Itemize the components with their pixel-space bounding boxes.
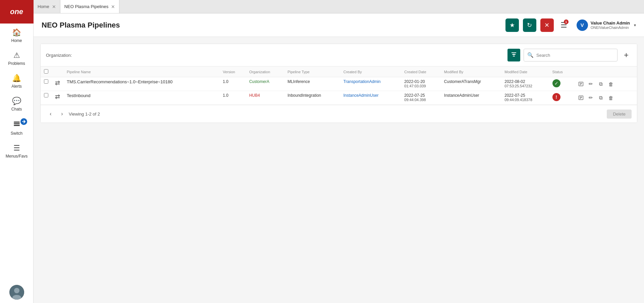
table-row: ⇄ TMS.CarrierRecommendations~1.0~Enterpr… xyxy=(41,77,637,91)
row1-modified-date: 2022-08-02 xyxy=(504,79,545,84)
row1-created-by-cell: TransportationAdmin xyxy=(340,77,401,91)
pipeline-icon-row2: ⇄ xyxy=(55,93,60,100)
row1-delete-button[interactable]: 🗑 xyxy=(606,79,616,89)
row2-icon-cell: ⇄ xyxy=(52,91,63,105)
row1-created-time: 01:47:03.039 xyxy=(404,84,437,88)
row1-checkbox[interactable] xyxy=(44,79,48,84)
sidebar-bottom xyxy=(9,285,24,303)
row1-version-cell: 1.0 xyxy=(219,77,246,91)
row2-created-by-cell: InstanceAdminUser xyxy=(340,91,401,105)
row2-organization: HUB4 xyxy=(249,93,260,98)
notification-badge: 1 xyxy=(564,19,569,24)
next-page-button[interactable]: › xyxy=(57,109,67,119)
row1-modified-time: 07:53:25.547232 xyxy=(504,84,545,88)
sidebar-item-label-problems: Problems xyxy=(8,61,25,66)
tab-home-close[interactable]: ✕ xyxy=(52,4,56,9)
row1-edit-button[interactable]: ✏ xyxy=(586,79,596,89)
main-panel: Organization: 🔍 xyxy=(40,44,637,123)
pipeline-icon-row1: ⇄ xyxy=(55,80,60,86)
refresh-button[interactable]: ↻ xyxy=(523,18,536,32)
switch-icon xyxy=(13,120,21,130)
switch-badge xyxy=(20,118,27,125)
sidebar-item-home[interactable]: 🏠 Home xyxy=(0,24,33,46)
sidebar-item-label-switch: Switch xyxy=(11,131,22,136)
row2-created-date-cell: 2022-07-25 09:44:04.398 xyxy=(401,91,441,105)
home-icon: 🏠 xyxy=(12,28,21,37)
favorite-button[interactable]: ★ xyxy=(505,18,519,32)
row2-type-cell: InboundIntegration xyxy=(284,91,340,105)
menus-icon: ☰ xyxy=(13,144,20,153)
col-header-modified-date: Modified Date xyxy=(501,67,549,77)
menu-wrap[interactable]: ☰ 1 xyxy=(560,21,567,30)
sidebar-item-problems[interactable]: ⚠ Problems xyxy=(0,46,33,69)
row2-actions: ✏ ⧉ 🗑 xyxy=(576,93,634,102)
col-header-icon xyxy=(52,67,63,77)
row2-status-badge: ! xyxy=(552,93,560,101)
row2-status-cell: ! xyxy=(549,91,573,105)
row1-pipeline-type: MLInference xyxy=(287,79,310,84)
row1-created-by[interactable]: TransportationAdmin xyxy=(343,79,381,84)
close-button[interactable]: ✕ xyxy=(540,18,554,32)
sidebar-item-alerts[interactable]: 🔔 Alerts xyxy=(0,69,33,92)
row1-version: 1.0 xyxy=(223,79,228,84)
tab-home[interactable]: Home ✕ xyxy=(34,0,60,13)
row2-modified-by-cell: InstanceAdminUser xyxy=(441,91,501,105)
col-header-created-by: Created By xyxy=(340,67,401,77)
row2-pipeline-name: TestInbound xyxy=(67,93,216,98)
add-button[interactable]: + xyxy=(621,50,632,60)
tab-neo-close[interactable]: ✕ xyxy=(111,4,115,9)
row1-select-cell xyxy=(41,77,52,91)
row2-delete-button[interactable]: 🗑 xyxy=(606,93,616,102)
row1-copy-button[interactable]: ⧉ xyxy=(596,79,606,89)
svg-rect-2 xyxy=(14,125,20,126)
main-area: Home ✕ NEO Plasma Pipelines ✕ NEO Plasma… xyxy=(34,0,644,303)
toolbar-right: 🔍 + xyxy=(507,49,632,61)
select-all-checkbox[interactable] xyxy=(44,69,48,74)
user-avatar-header: V xyxy=(577,19,588,31)
tab-home-label: Home xyxy=(38,4,49,9)
col-header-modified-by: Modified By xyxy=(441,67,501,77)
row2-checkbox[interactable] xyxy=(44,93,48,97)
sidebar-item-label-home: Home xyxy=(11,38,22,43)
row2-view-button[interactable] xyxy=(576,93,586,102)
row1-pipeline-name: TMS.CarrierRecommendations~1.0~Enterpris… xyxy=(67,79,216,84)
row2-created-date: 2022-07-25 xyxy=(404,93,437,98)
user-avatar-sidebar[interactable] xyxy=(9,285,24,300)
prev-page-button[interactable]: ‹ xyxy=(46,109,55,119)
filter-icon xyxy=(511,51,517,59)
svg-rect-0 xyxy=(14,122,20,123)
sidebar-item-switch[interactable]: Switch xyxy=(0,115,33,139)
col-header-version: Version xyxy=(219,67,246,77)
app-logo[interactable]: one xyxy=(0,0,34,24)
row2-copy-button[interactable]: ⧉ xyxy=(596,93,606,102)
row2-version: 1.0 xyxy=(223,93,228,98)
sidebar-item-menus[interactable]: ☰ Menus/Favs xyxy=(0,139,33,162)
row2-org-cell: HUB4 xyxy=(246,91,284,105)
row2-created-by[interactable]: InstanceAdminUser xyxy=(343,93,379,98)
svg-point-9 xyxy=(513,54,515,55)
page-title: NEO Plasma Pipelines xyxy=(42,21,120,30)
row1-pipeline-name-cell: TMS.CarrierRecommendations~1.0~Enterpris… xyxy=(63,77,219,91)
alerts-icon: 🔔 xyxy=(12,74,21,83)
tab-neo[interactable]: NEO Plasma Pipelines ✕ xyxy=(60,0,120,13)
viewing-text: Viewing 1-2 of 2 xyxy=(69,112,100,117)
filter-button[interactable] xyxy=(507,49,520,61)
svg-point-4 xyxy=(14,288,19,293)
search-input[interactable] xyxy=(536,53,614,58)
row2-version-cell: 1.0 xyxy=(219,91,246,105)
content-header: NEO Plasma Pipelines ★ ↻ ✕ ☰ 1 V Value C… xyxy=(34,13,644,37)
row2-actions-cell: ✏ ⧉ 🗑 xyxy=(573,91,637,105)
delete-button[interactable]: Delete xyxy=(607,110,632,119)
user-text: Value Chain Admin ONEIValueChainAdmin xyxy=(591,20,630,30)
sidebar-item-label-alerts: Alerts xyxy=(11,84,22,89)
sidebar: one 🏠 Home ⚠ Problems 🔔 Alerts 💬 Chats xyxy=(0,0,34,303)
user-info[interactable]: V Value Chain Admin ONEIValueChainAdmin … xyxy=(577,19,636,31)
sidebar-item-chats[interactable]: 💬 Chats xyxy=(0,92,33,115)
col-header-organization: Organization xyxy=(246,67,284,77)
col-header-actions xyxy=(573,67,637,77)
row2-edit-button[interactable]: ✏ xyxy=(586,93,596,102)
row1-icon-cell: ⇄ xyxy=(52,77,63,91)
col-header-pipeline-type: Pipeline Type xyxy=(284,67,340,77)
row1-view-button[interactable] xyxy=(576,79,586,89)
close-icon: ✕ xyxy=(544,21,549,29)
